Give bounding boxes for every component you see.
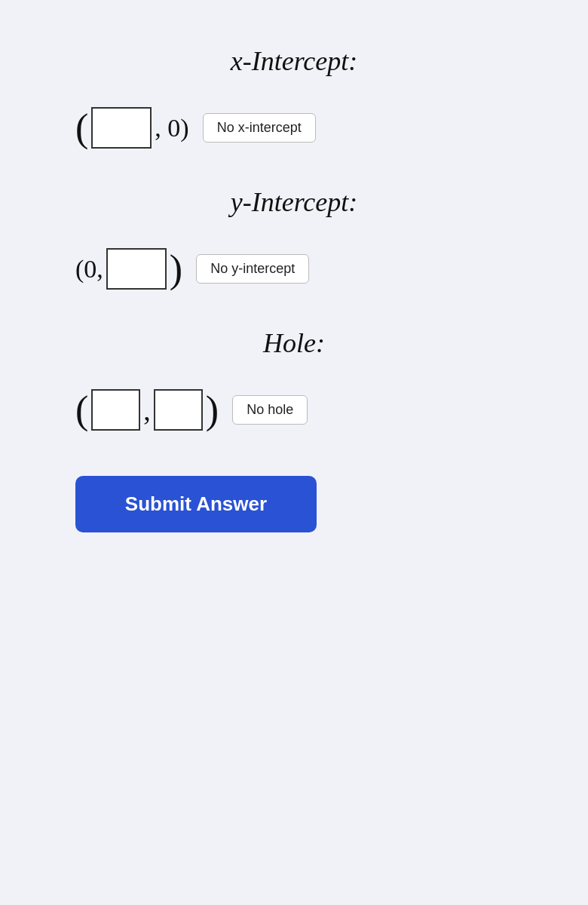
x-intercept-row: ( , 0) No x-intercept: [30, 107, 558, 149]
x-intercept-input[interactable]: [91, 107, 152, 149]
y-intercept-row: (0, ) No y-intercept: [30, 248, 558, 290]
hole-comma: ,: [143, 394, 151, 427]
x-intercept-suffix: , 0): [155, 114, 188, 143]
submit-answer-button[interactable]: Submit Answer: [75, 476, 317, 532]
hole-close-paren: ): [206, 391, 219, 430]
y-intercept-prefix: (0,: [75, 255, 103, 284]
x-intercept-expr: ( , 0): [75, 107, 189, 149]
y-intercept-section: y-Intercept: (0, ) No y-intercept: [30, 186, 558, 290]
hole-open-paren: (: [75, 391, 88, 430]
x-intercept-title: x-Intercept:: [231, 45, 358, 77]
x-intercept-section: x-Intercept: ( , 0) No x-intercept: [30, 45, 558, 149]
no-x-intercept-button[interactable]: No x-intercept: [203, 113, 316, 143]
hole-expr: ( , ): [75, 389, 219, 431]
x-open-paren: (: [75, 109, 88, 148]
hole-input-x[interactable]: [91, 389, 140, 431]
hole-input-y[interactable]: [154, 389, 203, 431]
hole-row: ( , ) No hole: [30, 389, 558, 431]
hole-title: Hole:: [263, 327, 325, 359]
no-hole-button[interactable]: No hole: [232, 395, 308, 425]
no-y-intercept-button[interactable]: No y-intercept: [196, 254, 309, 284]
hole-section: Hole: ( , ) No hole: [30, 327, 558, 431]
y-intercept-expr: (0, ): [75, 248, 182, 290]
y-close-paren: ): [170, 250, 182, 289]
y-intercept-title: y-Intercept:: [231, 186, 358, 218]
y-intercept-input[interactable]: [106, 248, 167, 290]
